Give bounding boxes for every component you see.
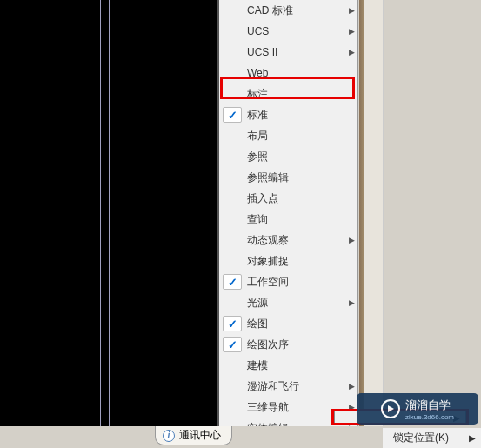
checkbox: ✓ <box>223 274 242 290</box>
menu-item[interactable]: 标注▶ <box>219 84 357 104</box>
menu-item[interactable]: 参照编辑▶ <box>219 167 357 188</box>
checkbox: ✓ <box>223 107 242 123</box>
drawing-canvas[interactable] <box>0 0 217 426</box>
watermark-url: zixue.3d66.com <box>405 413 454 421</box>
checkbox: ✓ <box>223 337 242 352</box>
menu-item[interactable]: UCS II▶ <box>219 42 357 63</box>
chevron-right-icon: ▶ <box>469 433 476 443</box>
watermark-brand: 溜溜自学 <box>405 398 454 413</box>
menu-item-label: 对象捕捉 <box>247 254 349 269</box>
menu-item-label: 标注 <box>247 87 349 102</box>
menu-item[interactable]: ✓绘图▶ <box>219 313 357 334</box>
menu-item-label: 参照编辑 <box>247 171 349 185</box>
menu-item-label: 漫游和飞行 <box>247 379 349 394</box>
context-menu: CAD 标准▶UCS▶UCS II▶Web▶标注▶✓标准▶布局▶参照▶参照编辑▶… <box>219 0 358 448</box>
menu-item[interactable]: 漫游和飞行▶ <box>219 376 357 397</box>
check-icon: ✓ <box>228 318 237 331</box>
menu-item[interactable]: CAD 标准▶ <box>219 0 357 21</box>
menu-item-label: CAD 标准 <box>247 3 349 18</box>
comm-center-label: 通讯中心 <box>179 428 221 443</box>
menu-item[interactable]: 插入点▶ <box>219 188 357 209</box>
canvas-guide-line <box>109 0 110 426</box>
menu-item[interactable]: 布局▶ <box>219 125 357 146</box>
menu-item[interactable]: 光源▶ <box>219 292 357 313</box>
watermark-badge: 溜溜自学 zixue.3d66.com <box>357 393 478 425</box>
menu-item[interactable]: UCS▶ <box>219 21 357 42</box>
menu-item[interactable]: 参照▶ <box>219 146 357 167</box>
menu-item[interactable]: ✓工作空间▶ <box>219 271 357 292</box>
menu-item[interactable]: ✓标准▶ <box>219 104 357 125</box>
check-icon: ✓ <box>228 276 237 289</box>
submenu-label: 锁定位置(K) <box>393 431 449 445</box>
menu-item-label: 布局 <box>247 129 349 144</box>
menu-item-label: 查询 <box>247 212 349 227</box>
menu-item-label: 建模 <box>247 358 349 373</box>
submenu-lock-position[interactable]: 锁定位置(K) ▶ <box>383 428 481 448</box>
chevron-right-icon: ▶ <box>349 48 357 57</box>
info-icon: i <box>163 430 175 442</box>
menu-item-label: 参照 <box>247 150 349 164</box>
menu-item-label: Web <box>247 67 349 79</box>
chevron-right-icon: ▶ <box>349 236 357 244</box>
check-icon: ✓ <box>228 338 237 351</box>
menu-item-label: 光源 <box>247 296 349 311</box>
chevron-right-icon: ▶ <box>349 382 357 391</box>
menu-item-label: 绘图次序 <box>247 338 349 352</box>
check-icon: ✓ <box>228 109 237 122</box>
menu-item-label: 标准 <box>247 108 349 123</box>
menu-item[interactable]: 动态观察▶ <box>219 230 357 251</box>
menu-item-label: UCS II <box>247 46 349 58</box>
menu-item-label: 绘图 <box>247 317 349 331</box>
chevron-right-icon: ▶ <box>349 6 357 15</box>
chevron-right-icon: ▶ <box>349 298 357 307</box>
menu-item[interactable]: 对象捕捉▶ <box>219 251 357 271</box>
menu-item-label: 插入点 <box>247 191 349 206</box>
play-icon <box>381 399 400 418</box>
checkbox: ✓ <box>223 316 242 331</box>
menu-item[interactable]: ✓绘图次序▶ <box>219 334 357 355</box>
menu-item[interactable]: Web▶ <box>219 63 357 84</box>
comm-center-tab[interactable]: i 通讯中心 <box>155 426 232 445</box>
panel-accent <box>359 0 364 426</box>
menu-item[interactable]: 建模▶ <box>219 355 357 376</box>
menu-item-label: UCS <box>247 25 349 37</box>
menu-item-label: 动态观察 <box>247 233 349 248</box>
menu-item[interactable]: 查询▶ <box>219 209 357 230</box>
chevron-right-icon: ▶ <box>349 27 357 36</box>
canvas-guide-line <box>100 0 101 426</box>
menu-item-label: 工作空间 <box>247 275 349 290</box>
